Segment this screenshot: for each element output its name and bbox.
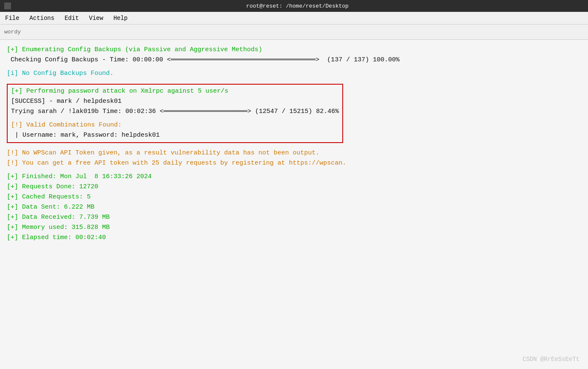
highlight-box: [+] Performing password attack on Xmlrpc… [7, 84, 343, 143]
menu-actions[interactable]: Actions [28, 14, 56, 22]
watermark: CSDN @RrEeSsEeTt [523, 355, 580, 364]
line-success-mark: [SUCCESS] - mark / helpdesk01 [11, 96, 339, 107]
line-free-api-token: [!] You can get a free API token with 25… [7, 158, 581, 168]
line-enum-config: [+] Enumerating Config Backups (via Pass… [7, 45, 581, 55]
toolbar-label: wordy [4, 29, 21, 35]
line-elapsed-time: [+] Elapsed time: 00:02:40 [7, 233, 581, 243]
line-checking-config: Checking Config Backups - Time: 00:00:00… [7, 55, 581, 65]
title-bar: root@reset: /home/reset/Desktop [0, 0, 588, 12]
line-no-api-token: [!] No WPScan API Token given, as a resu… [7, 148, 581, 158]
menu-edit[interactable]: Edit [63, 14, 80, 22]
line-requests-done: [+] Requests Done: 12720 [7, 182, 581, 192]
line-performing-attack: [+] Performing password attack on Xmlrpc… [11, 86, 339, 96]
line-data-sent: [+] Data Sent: 6.222 MB [7, 202, 581, 212]
line-data-received: [+] Data Received: 7.739 MB [7, 212, 581, 223]
toolbar: wordy [0, 25, 588, 40]
line-trying-sarah: Trying sarah / !lak019b Time: 00:02:36 <… [11, 107, 339, 117]
terminal-icon [4, 3, 11, 9]
line-valid-combinations: [!] Valid Combinations Found: [11, 120, 339, 130]
line-memory-used: [+] Memory used: 315.828 MB [7, 223, 581, 233]
title-bar-title: root@reset: /home/reset/Desktop [246, 3, 349, 9]
line-no-config: [i] No Config Backups Found. [7, 69, 581, 79]
terminal-body: [+] Enumerating Config Backups (via Pass… [0, 40, 588, 369]
menu-bar: File Actions Edit View Help [0, 12, 588, 25]
line-finished: [+] Finished: Mon Jul 8 16:33:26 2024 [7, 172, 581, 182]
menu-file[interactable]: File [3, 14, 21, 22]
menu-view[interactable]: View [87, 14, 105, 22]
line-cached-requests: [+] Cached Requests: 5 [7, 192, 581, 202]
menu-help[interactable]: Help [112, 14, 130, 22]
line-username-mark: | Username: mark, Password: helpdesk01 [11, 130, 339, 140]
